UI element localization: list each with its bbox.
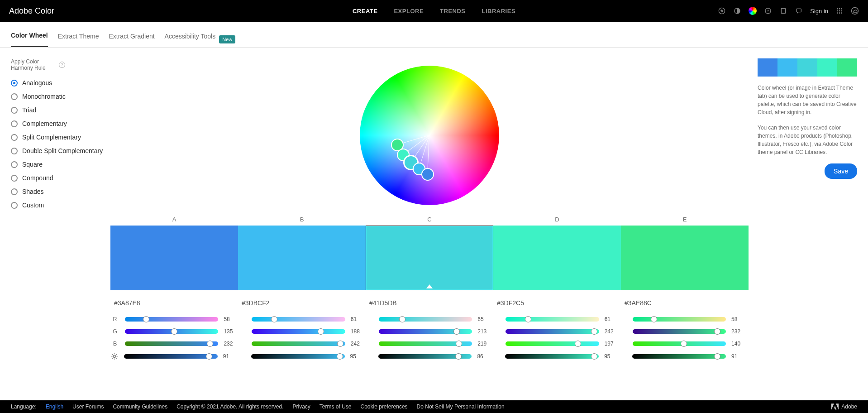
slider-thumb[interactable] — [453, 328, 460, 335]
harmony-rule-triad[interactable]: Triad — [11, 106, 110, 114]
slider-thumb[interactable] — [456, 341, 462, 347]
harmony-rule-analogous[interactable]: Analogous — [11, 79, 110, 86]
slider-thumb[interactable] — [525, 316, 531, 322]
footer-privacy[interactable]: Privacy — [292, 403, 310, 410]
nav-create[interactable]: CREATE — [353, 8, 377, 14]
hex-value[interactable]: #3DBCF2 — [238, 299, 366, 307]
slider-track[interactable] — [633, 317, 726, 322]
swatch[interactable] — [366, 226, 493, 290]
slider-value[interactable]: 232 — [731, 328, 745, 335]
slider-track[interactable] — [505, 354, 599, 359]
slider-value[interactable]: 188 — [351, 328, 364, 335]
slider-value[interactable]: 140 — [731, 341, 745, 347]
slider-track[interactable] — [506, 341, 599, 346]
color-wheel[interactable] — [360, 66, 499, 205]
slider-value[interactable]: 86 — [477, 353, 491, 360]
hex-value[interactable]: #3DF2C5 — [493, 299, 621, 307]
harmony-help-icon[interactable]: ? — [59, 62, 65, 68]
harmony-rule-custom[interactable]: Custom — [11, 202, 110, 209]
harmony-rule-complementary[interactable]: Complementary — [11, 120, 110, 127]
slider-track[interactable] — [252, 341, 345, 346]
nav-trends[interactable]: TRENDS — [440, 8, 465, 14]
slider-track[interactable] — [379, 329, 472, 334]
harmony-rule-split-complementary[interactable]: Split Complementary — [11, 134, 110, 141]
slider-track[interactable] — [252, 329, 345, 334]
slider-value[interactable]: 65 — [477, 316, 491, 322]
slider-thumb[interactable] — [143, 316, 149, 322]
contrast-icon[interactable] — [733, 7, 741, 15]
slider-value[interactable]: 95 — [604, 353, 618, 360]
slider-thumb[interactable] — [591, 353, 597, 360]
hex-value[interactable]: #3A87E8 — [110, 299, 238, 307]
footer-brand[interactable]: Adobe — [831, 403, 857, 410]
slider-value[interactable]: 219 — [477, 341, 491, 347]
slider-value[interactable]: 197 — [605, 341, 618, 347]
hex-value[interactable]: #41D5DB — [366, 299, 493, 307]
swatch[interactable] — [621, 226, 749, 290]
hex-value[interactable]: #3AE88C — [621, 299, 749, 307]
footer-cookie[interactable]: Cookie preferences — [361, 403, 408, 410]
slider-value[interactable]: 213 — [477, 328, 491, 335]
slider-thumb[interactable] — [575, 341, 581, 347]
color-wheel-icon[interactable] — [749, 7, 757, 15]
swatch[interactable] — [110, 226, 238, 290]
wheel-handle[interactable] — [421, 168, 434, 181]
footer-user-forums[interactable]: User Forums — [72, 403, 104, 410]
slider-value[interactable]: 242 — [605, 328, 618, 335]
creative-cloud-icon[interactable] — [851, 7, 859, 15]
slider-value[interactable]: 91 — [223, 353, 237, 360]
slider-track[interactable] — [252, 317, 345, 322]
slider-value[interactable]: 91 — [731, 353, 745, 360]
slider-track[interactable] — [632, 354, 726, 359]
slider-value[interactable]: 61 — [351, 316, 364, 322]
subtab-extract-theme[interactable]: Extract Theme — [58, 33, 99, 47]
harmony-rule-square[interactable]: Square — [11, 161, 110, 168]
slider-value[interactable]: 242 — [351, 341, 364, 347]
slider-thumb[interactable] — [206, 353, 212, 360]
slider-thumb[interactable] — [271, 316, 277, 322]
slider-track[interactable] — [125, 341, 218, 346]
subtab-accessibility[interactable]: Accessibility Tools — [165, 33, 216, 47]
star-icon[interactable] — [718, 7, 726, 15]
save-button[interactable]: Save — [825, 163, 857, 179]
note-icon[interactable] — [779, 7, 787, 15]
slider-value[interactable]: 95 — [350, 353, 364, 360]
slider-track[interactable] — [379, 317, 472, 322]
slider-thumb[interactable] — [171, 328, 177, 335]
chat-icon[interactable] — [795, 7, 803, 15]
slider-track[interactable] — [506, 317, 599, 322]
slider-track[interactable] — [378, 354, 472, 359]
slider-thumb[interactable] — [337, 341, 343, 347]
slider-thumb[interactable] — [714, 328, 720, 335]
language-link[interactable]: English — [46, 403, 63, 410]
slider-track[interactable] — [379, 341, 472, 346]
slider-track[interactable] — [125, 317, 218, 322]
harmony-rule-compound[interactable]: Compound — [11, 174, 110, 182]
app-logo[interactable]: Adobe Color — [9, 6, 54, 16]
harmony-rule-double-split-complementary[interactable]: Double Split Complementary — [11, 147, 110, 154]
swatch[interactable] — [238, 226, 366, 290]
slider-thumb[interactable] — [337, 353, 343, 360]
slider-thumb[interactable] — [714, 353, 720, 360]
slider-track[interactable] — [506, 329, 599, 334]
slider-value[interactable]: 232 — [224, 341, 237, 347]
subtab-extract-gradient[interactable]: Extract Gradient — [109, 33, 154, 47]
slider-thumb[interactable] — [318, 328, 324, 335]
slider-track[interactable] — [251, 354, 345, 359]
slider-track[interactable] — [125, 329, 218, 334]
slider-track[interactable] — [633, 329, 726, 334]
footer-terms[interactable]: Terms of Use — [320, 403, 352, 410]
slider-value[interactable]: 135 — [224, 328, 237, 335]
slider-value[interactable]: 58 — [731, 316, 745, 322]
slider-thumb[interactable] — [651, 316, 657, 322]
nav-libraries[interactable]: LIBRARIES — [482, 8, 516, 14]
slider-thumb[interactable] — [207, 341, 213, 347]
slider-thumb[interactable] — [681, 341, 687, 347]
slider-thumb[interactable] — [399, 316, 405, 322]
signin-link[interactable]: Sign in — [810, 8, 828, 14]
slider-track[interactable] — [633, 341, 726, 346]
footer-community-guidelines[interactable]: Community Guidelines — [113, 403, 167, 410]
subtab-color-wheel[interactable]: Color Wheel — [11, 32, 48, 47]
swatch[interactable] — [493, 226, 621, 290]
slider-value[interactable]: 61 — [605, 316, 618, 322]
